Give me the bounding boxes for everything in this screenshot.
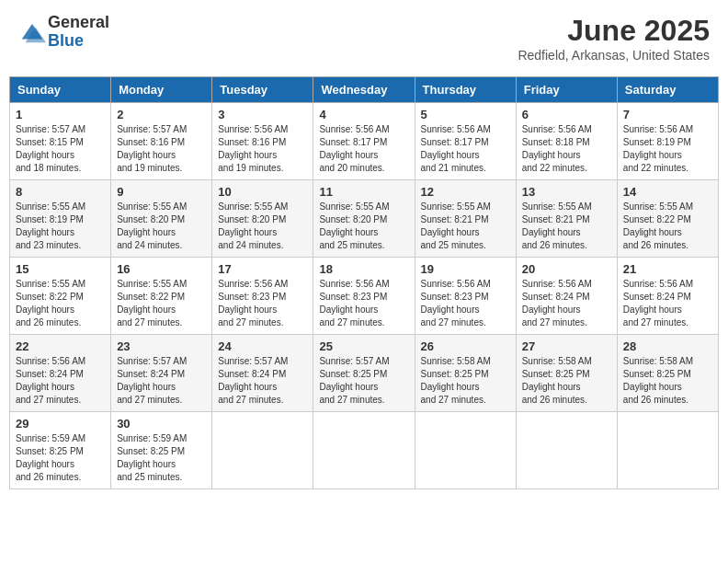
calendar-cell: 4 Sunrise: 5:56 AM Sunset: 8:17 PM Dayli… [313,103,415,180]
day-number: 10 [218,185,307,199]
calendar-cell: 21 Sunrise: 5:56 AM Sunset: 8:24 PM Dayl… [617,258,718,335]
day-info: Sunrise: 5:55 AM Sunset: 8:21 PM Dayligh… [522,201,611,252]
header-saturday: Saturday [617,77,718,103]
header-wednesday: Wednesday [313,77,415,103]
calendar-cell [516,412,617,489]
day-info: Sunrise: 5:57 AM Sunset: 8:15 PM Dayligh… [16,123,105,175]
calendar-week-row: 1 Sunrise: 5:57 AM Sunset: 8:15 PM Dayli… [10,103,719,180]
calendar-cell: 1 Sunrise: 5:57 AM Sunset: 8:15 PM Dayli… [10,103,111,180]
day-number: 29 [16,417,105,431]
day-number: 23 [117,339,206,353]
day-info: Sunrise: 5:56 AM Sunset: 8:19 PM Dayligh… [623,123,712,175]
calendar-cell: 20 Sunrise: 5:56 AM Sunset: 8:24 PM Dayl… [516,258,617,335]
day-info: Sunrise: 5:57 AM Sunset: 8:25 PM Dayligh… [319,355,408,407]
day-number: 3 [218,108,307,121]
calendar-cell: 24 Sunrise: 5:57 AM Sunset: 8:24 PM Dayl… [212,335,313,412]
calendar-cell: 7 Sunrise: 5:56 AM Sunset: 8:19 PM Dayli… [617,103,718,180]
day-number: 8 [16,185,105,199]
logo-blue: Blue [48,32,109,51]
day-info: Sunrise: 5:55 AM Sunset: 8:20 PM Dayligh… [218,201,307,252]
calendar-cell: 17 Sunrise: 5:56 AM Sunset: 8:23 PM Dayl… [212,258,313,335]
day-number: 19 [421,262,510,276]
day-number: 26 [421,339,510,353]
title-section: June 2025 Redfield, Arkansas, United Sta… [518,14,710,63]
day-info: Sunrise: 5:56 AM Sunset: 8:24 PM Dayligh… [16,355,105,407]
day-info: Sunrise: 5:57 AM Sunset: 8:24 PM Dayligh… [117,355,206,407]
calendar-header-row: SundayMondayTuesdayWednesdayThursdayFrid… [10,77,719,103]
calendar-week-row: 15 Sunrise: 5:55 AM Sunset: 8:22 PM Dayl… [10,258,719,335]
calendar-cell: 9 Sunrise: 5:55 AM Sunset: 8:20 PM Dayli… [111,180,212,258]
logo-text: General Blue [48,14,109,51]
calendar-cell: 16 Sunrise: 5:55 AM Sunset: 8:22 PM Dayl… [111,258,212,335]
calendar-cell [617,412,718,489]
day-info: Sunrise: 5:55 AM Sunset: 8:22 PM Dayligh… [117,278,206,329]
calendar-cell [212,412,313,489]
calendar-week-row: 29 Sunrise: 5:59 AM Sunset: 8:25 PM Dayl… [10,412,719,489]
calendar-cell: 28 Sunrise: 5:58 AM Sunset: 8:25 PM Dayl… [617,335,718,412]
calendar-cell: 18 Sunrise: 5:56 AM Sunset: 8:23 PM Dayl… [313,258,415,335]
day-number: 27 [522,339,611,353]
day-info: Sunrise: 5:55 AM Sunset: 8:22 PM Dayligh… [16,278,105,329]
day-number: 25 [319,339,408,353]
day-info: Sunrise: 5:56 AM Sunset: 8:16 PM Dayligh… [218,123,307,175]
day-number: 9 [117,185,206,199]
day-number: 4 [319,108,408,121]
calendar-week-row: 22 Sunrise: 5:56 AM Sunset: 8:24 PM Dayl… [10,335,719,412]
day-info: Sunrise: 5:55 AM Sunset: 8:20 PM Dayligh… [319,201,408,252]
logo-general: General [48,14,109,32]
day-info: Sunrise: 5:56 AM Sunset: 8:24 PM Dayligh… [522,278,611,329]
day-info: Sunrise: 5:57 AM Sunset: 8:24 PM Dayligh… [218,355,307,407]
day-number: 22 [16,339,105,353]
header-monday: Monday [111,77,212,103]
day-number: 12 [421,185,510,199]
calendar-cell: 23 Sunrise: 5:57 AM Sunset: 8:24 PM Dayl… [111,335,212,412]
day-info: Sunrise: 5:58 AM Sunset: 8:25 PM Dayligh… [421,355,510,407]
calendar-cell [313,412,415,489]
day-number: 17 [218,262,307,276]
day-number: 2 [117,108,206,121]
day-info: Sunrise: 5:55 AM Sunset: 8:20 PM Dayligh… [117,201,206,252]
header-friday: Friday [516,77,617,103]
calendar-cell: 2 Sunrise: 5:57 AM Sunset: 8:16 PM Dayli… [111,103,212,180]
day-number: 13 [522,185,611,199]
calendar-cell: 27 Sunrise: 5:58 AM Sunset: 8:25 PM Dayl… [516,335,617,412]
logo: General Blue [18,14,109,51]
day-info: Sunrise: 5:58 AM Sunset: 8:25 PM Dayligh… [522,355,611,407]
day-info: Sunrise: 5:56 AM Sunset: 8:23 PM Dayligh… [218,278,307,329]
day-info: Sunrise: 5:55 AM Sunset: 8:19 PM Dayligh… [16,201,105,252]
calendar-cell: 8 Sunrise: 5:55 AM Sunset: 8:19 PM Dayli… [10,180,111,258]
calendar-cell [415,412,516,489]
day-number: 18 [319,262,408,276]
logo-icon [18,18,46,46]
page-header: General Blue June 2025 Redfield, Arkansa… [9,9,719,67]
day-number: 6 [522,108,611,121]
calendar-cell: 11 Sunrise: 5:55 AM Sunset: 8:20 PM Dayl… [313,180,415,258]
day-info: Sunrise: 5:55 AM Sunset: 8:21 PM Dayligh… [421,201,510,252]
calendar-cell: 25 Sunrise: 5:57 AM Sunset: 8:25 PM Dayl… [313,335,415,412]
day-info: Sunrise: 5:56 AM Sunset: 8:24 PM Dayligh… [623,278,712,329]
calendar-week-row: 8 Sunrise: 5:55 AM Sunset: 8:19 PM Dayli… [10,180,719,258]
calendar-cell: 12 Sunrise: 5:55 AM Sunset: 8:21 PM Dayl… [415,180,516,258]
header-thursday: Thursday [415,77,516,103]
calendar-cell: 14 Sunrise: 5:55 AM Sunset: 8:22 PM Dayl… [617,180,718,258]
day-number: 21 [623,262,712,276]
calendar-cell: 26 Sunrise: 5:58 AM Sunset: 8:25 PM Dayl… [415,335,516,412]
calendar-table: SundayMondayTuesdayWednesdayThursdayFrid… [9,76,719,489]
header-tuesday: Tuesday [212,77,313,103]
calendar-cell: 19 Sunrise: 5:56 AM Sunset: 8:23 PM Dayl… [415,258,516,335]
day-info: Sunrise: 5:56 AM Sunset: 8:17 PM Dayligh… [319,123,408,175]
day-info: Sunrise: 5:59 AM Sunset: 8:25 PM Dayligh… [16,432,105,484]
day-info: Sunrise: 5:56 AM Sunset: 8:23 PM Dayligh… [319,278,408,329]
calendar-cell: 15 Sunrise: 5:55 AM Sunset: 8:22 PM Dayl… [10,258,111,335]
day-info: Sunrise: 5:57 AM Sunset: 8:16 PM Dayligh… [117,123,206,175]
day-number: 1 [16,108,105,121]
day-number: 15 [16,262,105,276]
day-info: Sunrise: 5:55 AM Sunset: 8:22 PM Dayligh… [623,201,712,252]
day-info: Sunrise: 5:56 AM Sunset: 8:23 PM Dayligh… [421,278,510,329]
calendar-cell: 30 Sunrise: 5:59 AM Sunset: 8:25 PM Dayl… [111,412,212,489]
day-info: Sunrise: 5:56 AM Sunset: 8:17 PM Dayligh… [421,123,510,175]
calendar-cell: 29 Sunrise: 5:59 AM Sunset: 8:25 PM Dayl… [10,412,111,489]
day-number: 28 [623,339,712,353]
calendar-cell: 13 Sunrise: 5:55 AM Sunset: 8:21 PM Dayl… [516,180,617,258]
day-info: Sunrise: 5:56 AM Sunset: 8:18 PM Dayligh… [522,123,611,175]
